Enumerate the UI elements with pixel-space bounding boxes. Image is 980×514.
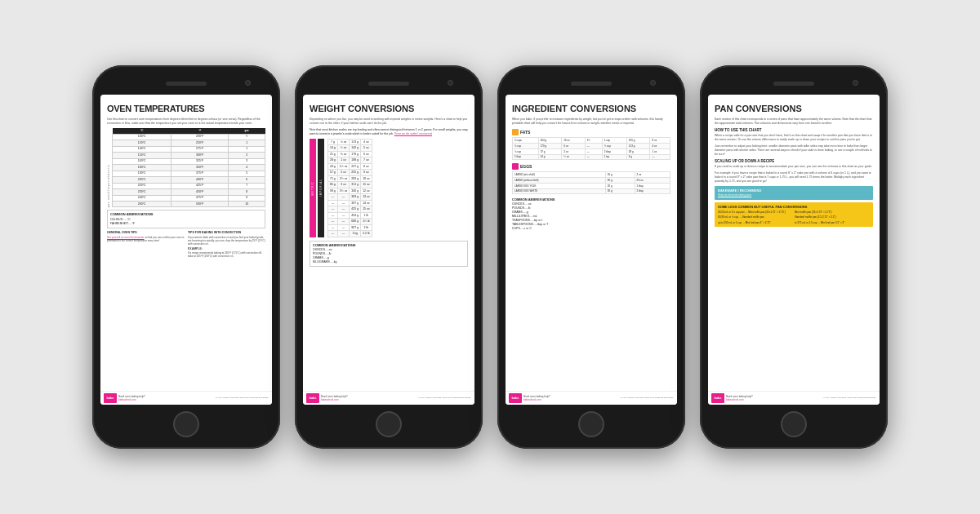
footer-amazon-text: *As an Amazon Associate I earn from qual… <box>216 397 269 400</box>
ingredient-screen-content: INGREDIENT CONVERSIONS When you bake, if… <box>506 95 677 405</box>
pan-conv-item: Mini muffin pan (35×1.75" × 2.75") <box>795 210 870 214</box>
pan-footer: bake Need more baking help? bakeschool.c… <box>708 391 880 405</box>
fats-title: FATS <box>520 130 530 135</box>
phone-ingredient: INGREDIENT CONVERSIONS When you bake, if… <box>497 65 685 449</box>
phone-frame-pan: PAN CONVERSIONS Each section of this cha… <box>700 65 888 449</box>
pan-conversions-title: SOME LESS COMMON BUT USEFUL PAN CONVERSI… <box>718 205 870 210</box>
phone-home-button-3[interactable] <box>578 411 604 437</box>
table-row: 99 g3½ oz340 g12 oz <box>328 188 372 193</box>
page-container: OVEN TEMPERATURES Use this chart to conv… <box>0 0 980 514</box>
phone-oven: OVEN TEMPERATURES Use this chart to conv… <box>92 65 280 449</box>
table-row: 57 g2 oz255 g9 oz <box>328 170 372 175</box>
table-row: 120°C250°F1 <box>113 140 265 146</box>
weight-screen-content: WEIGHT CONVERSIONS Depending on where yo… <box>303 95 474 405</box>
footer-url[interactable]: bakeschool.com <box>118 398 145 401</box>
table-row: LARGE (without shell)60 g2⅛ oz <box>513 178 670 184</box>
pan-scaling-text: If you need to scale up or down a recipe… <box>715 165 873 169</box>
pan-screen-content: PAN CONVERSIONS Each section of this cha… <box>708 95 880 405</box>
weight-table-area: METRIC IMPERIAL 7 g¼ oz113 g4 oz 14 g½ o… <box>310 139 468 237</box>
pan-how-to-text: When a recipe calls for a pan size that … <box>715 134 873 142</box>
table-row: LARGE EGG WHITE30 g2 tbsp <box>513 188 670 194</box>
eggs-header: EGGS <box>512 163 670 170</box>
ingredient-title: INGREDIENT CONVERSIONS <box>512 103 670 115</box>
bake-logo-box-2: bake <box>306 393 319 403</box>
oven-col-gas: gas <box>229 128 265 134</box>
ingredient-footer: bake Need more baking help? bakeschool.c… <box>506 391 677 405</box>
weight-color-bars: METRIC IMPERIAL <box>310 139 324 237</box>
pan-example: For example: if you have a recipe that i… <box>715 171 873 184</box>
eggs-table: LARGE (w/o shell)50 g2 oz LARGE (without… <box>512 171 670 194</box>
eggs-title: EGGS <box>520 164 532 170</box>
phone-speaker-3 <box>571 82 612 86</box>
table-row: ——1 kg2.2 lb <box>328 231 372 237</box>
fats-header: FATS <box>512 129 670 135</box>
phone-bottom-weight <box>301 410 476 439</box>
oven-tips-row: GENERAL OVEN TIPS Get yourself an oven t… <box>107 231 265 259</box>
bake-logo-box-4: bake <box>711 393 724 403</box>
table-row: ——907 g2 lb <box>328 224 372 230</box>
footer-logo-oven: bake Need more baking help? bakeschool.c… <box>104 393 145 403</box>
phone-screen-ingredient: INGREDIENT CONVERSIONS When you bake, if… <box>506 95 677 405</box>
bake-logo-text-2: bake <box>309 396 316 401</box>
weight-footer-url[interactable]: bakeschool.com <box>321 398 348 401</box>
table-row: 43 g1½ oz227 g8 oz <box>328 163 372 169</box>
weight-footer: bake Need more baking help? bakeschool.c… <box>303 391 474 405</box>
pan-bakeware-link[interactable]: Shop my favourite baking pans <box>718 193 751 197</box>
oven-footer: bake Need more baking help? bakeschool.c… <box>100 391 272 405</box>
oven-abbrev-title: COMMON ABBREVIATIONS <box>110 212 262 217</box>
convection-tips-title: TIPS FOR BAKING WITH CONVECTION <box>188 231 265 235</box>
pan-conv-grid: 30-50 mL or 1¼ cup pan → Mini muffin pan… <box>718 210 870 224</box>
ingredient-footer-url[interactable]: bakeschool.com <box>523 398 550 401</box>
pan-conv-item: Standard muffin pan (2.5-2.75" × 2.5") <box>795 215 870 219</box>
phone-home-button-4[interactable] <box>781 411 807 437</box>
bake-logo-box-3: bake <box>509 393 522 403</box>
table-row: 150°C300°F2 <box>113 153 265 158</box>
footer-logo-pan: bake Need more baking help? bakeschool.c… <box>711 393 753 403</box>
phone-camera-2 <box>448 80 453 86</box>
ingredient-footer-tagline: Need more baking help? bakeschool.com <box>523 395 550 401</box>
ingredient-footer-amazon: *As an Amazon Associate I earn from qual… <box>621 397 674 400</box>
pan-bakeware-box: BAKEWARE I RECOMMEND Shop my favourite b… <box>715 186 873 200</box>
pan-conv-item: up to 250 mL or 1 cup → Mini loaf pan 4"… <box>718 221 793 224</box>
metric-bar: METRIC <box>310 139 316 237</box>
metric-bar-label: METRIC <box>311 181 314 196</box>
ingredient-intro: When you bake, if you prefer to measure … <box>512 117 670 126</box>
bake-logo-text-3: bake <box>511 396 519 401</box>
oven-label-metric: metric <box>107 164 110 175</box>
phone-home-button[interactable] <box>173 411 199 437</box>
table-row: ——680 g1½ lb <box>328 219 372 224</box>
pan-footer-url[interactable]: bakeschool.com <box>726 398 753 401</box>
table-row: 71 g2½ oz283 g10 oz <box>328 175 372 181</box>
phone-top-bar-3 <box>504 75 679 91</box>
phone-speaker <box>166 82 207 86</box>
phone-frame-weight: WEIGHT CONVERSIONS Depending on where yo… <box>295 65 483 449</box>
weight-scales-link[interactable]: These are the scales I recommend <box>394 132 432 135</box>
phone-speaker-2 <box>368 82 409 86</box>
table-row: ——454 g1 lb <box>328 212 372 218</box>
footer-tagline-area: Need more baking help? bakeschool.com <box>118 395 145 401</box>
pan-conv-item: to 375 mL or 1.5 cup → Mini loaf pan 5.5… <box>795 221 870 224</box>
table-row: 7 g¼ oz113 g4 oz <box>328 139 372 144</box>
oven-label-gasmark: gas mark <box>107 191 110 207</box>
convection-tips-text: If you want to bake with convection on a… <box>188 236 265 246</box>
table-row: 1 tbsp14 g½ oz—1 tsp4 g— <box>513 154 670 160</box>
table-row: 260°C500°F10 <box>113 202 265 207</box>
footer-logo-ingredient: bake Need more baking help? bakeschool.c… <box>509 393 550 403</box>
phone-bottom-pan <box>706 410 881 439</box>
fats-section: FATS 2 cups454 g16 oz1½1 cup225 g8 oz ¾ … <box>512 129 670 160</box>
oven-abbrev-fahrenheit: FAHRENHEIT.....°F <box>110 222 262 226</box>
oven-screen-content: OVEN TEMPERATURES Use this chart to conv… <box>100 95 272 405</box>
table-row: ——369 g13 oz <box>328 194 372 200</box>
table-row: 230°C450°F8 <box>113 189 265 195</box>
table-row: 2 cups454 g16 oz1½1 cup225 g8 oz <box>513 138 670 144</box>
imperial-bar-label: IMPERIAL <box>319 179 323 197</box>
oven-label-col: metric Imperial gas mark <box>107 128 110 207</box>
table-row: 140°C275°F1 <box>113 146 265 152</box>
phone-home-button-2[interactable] <box>376 411 402 437</box>
table-row: 28 g1 oz198 g7 oz <box>328 157 372 163</box>
weight-abbreviations: COMMON ABBREVIATIONS OUNCES.....oz POUND… <box>310 241 468 267</box>
weight-intro: Depending on where you live, you may be … <box>310 117 468 126</box>
footer-logo-weight: bake Need more baking help? bakeschool.c… <box>306 393 348 403</box>
phone-pan: PAN CONVERSIONS Each section of this cha… <box>700 65 888 449</box>
table-row: LARGE (w/o shell)50 g2 oz <box>513 172 670 178</box>
